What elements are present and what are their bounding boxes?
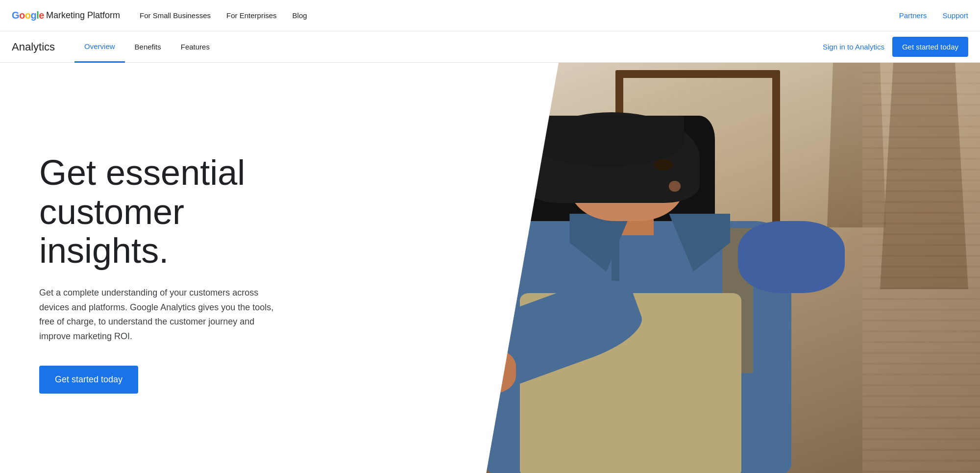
analytics-product-title: Analytics [12, 41, 55, 53]
top-navigation: Google Marketing Platform For Small Busi… [0, 0, 980, 31]
hero-description: Get a complete understanding of your cus… [39, 286, 279, 344]
blog-link[interactable]: Blog [293, 11, 307, 20]
top-nav-right: Partners Support [899, 11, 968, 20]
tab-features[interactable]: Features [171, 31, 220, 63]
tab-benefits[interactable]: Benefits [125, 31, 171, 63]
top-nav-links: For Small Businesses For Enterprises Blo… [140, 11, 899, 20]
secondary-navigation: Analytics Overview Benefits Features Sig… [0, 31, 980, 63]
google-marketing-platform-logo[interactable]: Google Marketing Platform [12, 10, 120, 21]
hero-section: Get essential customer insights. Get a c… [0, 63, 980, 473]
platform-name-text: Marketing Platform [46, 10, 120, 21]
tab-overview[interactable]: Overview [74, 31, 125, 63]
for-enterprises-link[interactable]: For Enterprises [226, 11, 277, 20]
get-started-today-button-nav[interactable]: Get started today [892, 37, 968, 57]
for-small-businesses-link[interactable]: For Small Businesses [140, 11, 211, 20]
sign-in-analytics-link[interactable]: Sign in to Analytics [823, 43, 884, 51]
get-started-today-button-hero[interactable]: Get started today [39, 366, 138, 394]
secondary-nav-right: Sign in to Analytics Get started today [823, 37, 968, 57]
hero-headline: Get essential customer insights. [39, 153, 294, 270]
secondary-nav-links: Overview Benefits Features [74, 31, 823, 63]
hero-content-panel: Get essential customer insights. Get a c… [0, 63, 559, 473]
support-link[interactable]: Support [942, 11, 968, 20]
google-logo-text: Google [12, 10, 44, 21]
partners-link[interactable]: Partners [899, 11, 927, 20]
